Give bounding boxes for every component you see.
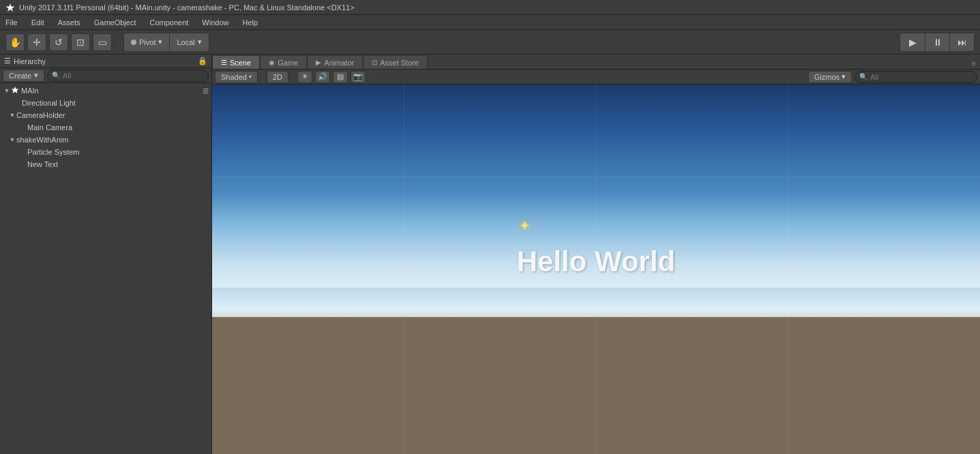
hierarchy-content: ▼ MAIn ☰ ▶ Directional Light ▼ CameraHol… bbox=[0, 83, 211, 454]
hierarchy-item-particle-system[interactable]: ▶ Particle System bbox=[0, 146, 211, 158]
move-tool-button[interactable]: ✛ bbox=[27, 33, 46, 51]
hierarchy-title: Hierarchy bbox=[14, 57, 46, 65]
label-cameraholder: CameraHolder bbox=[16, 111, 209, 119]
animator-tab-icon: ▶ bbox=[316, 59, 321, 66]
hierarchy-item-main-camera[interactable]: ▶ Main Camera bbox=[0, 121, 211, 134]
toolbar: ✋ ✛ ↺ ⊡ ▭ Pivot ▾ Local ▾ ▶ ⏸ ⏭ bbox=[0, 30, 980, 55]
tab-animator[interactable]: ▶ Animator bbox=[307, 55, 363, 69]
gizmos-button[interactable]: Gizmos ▾ bbox=[808, 71, 852, 83]
unity-icon-main bbox=[11, 86, 19, 95]
menu-assets[interactable]: Assets bbox=[55, 17, 83, 28]
sun-icon: ✦ bbox=[519, 217, 531, 234]
hierarchy-item-directional-light[interactable]: ▶ Directional Light bbox=[0, 97, 211, 109]
tabs-overflow-button[interactable]: ≡ bbox=[968, 58, 980, 69]
local-chevron: ▾ bbox=[198, 37, 202, 46]
step-button[interactable]: ⏭ bbox=[949, 33, 974, 51]
camera-button[interactable]: 📷 bbox=[351, 71, 366, 83]
pivot-button[interactable]: Pivot ▾ bbox=[124, 33, 169, 51]
game-tab-icon: ◉ bbox=[269, 59, 275, 66]
pause-button[interactable]: ⏸ bbox=[925, 33, 949, 51]
animator-tab-label: Animator bbox=[324, 59, 354, 67]
scene-tab-label: Scene bbox=[230, 59, 251, 67]
tabs-bar: ☰ Scene ◉ Game ▶ Animator ⊡ Asset Store … bbox=[212, 55, 980, 70]
gizmos-chevron: ▾ bbox=[842, 72, 846, 81]
menu-file[interactable]: File bbox=[3, 17, 20, 28]
lighting-button[interactable]: ☀ bbox=[297, 71, 312, 83]
scene-tab-icon: ☰ bbox=[221, 59, 227, 66]
hierarchy-item-main[interactable]: ▼ MAIn ☰ bbox=[0, 85, 211, 97]
toolbar-separator-1 bbox=[117, 33, 118, 51]
shading-mode-button[interactable]: Shaded ▾ bbox=[215, 71, 258, 83]
hierarchy-header-icons: 🔒 bbox=[198, 57, 207, 65]
label-new-text: New Text bbox=[27, 160, 209, 168]
transport-group: ▶ ⏸ ⏭ bbox=[900, 33, 975, 52]
expand-arrow-main: ▼ bbox=[3, 87, 11, 94]
hierarchy-header: ☰ Hierarchy 🔒 bbox=[0, 55, 211, 68]
hierarchy-item-cameraholder[interactable]: ▼ CameraHolder bbox=[0, 109, 211, 121]
hello-world-text: Hello World bbox=[517, 245, 676, 278]
create-button[interactable]: Create ▾ bbox=[3, 70, 44, 82]
tab-scene[interactable]: ☰ Scene bbox=[212, 55, 260, 69]
hand-tool-button[interactable]: ✋ bbox=[5, 33, 25, 51]
rotate-tool-button[interactable]: ↺ bbox=[49, 33, 68, 51]
hierarchy-menu-icon: ☰ bbox=[4, 57, 11, 65]
create-label: Create bbox=[9, 72, 31, 80]
hierarchy-search-box: 🔍 bbox=[47, 70, 209, 82]
rect-tool-button[interactable]: ▭ bbox=[93, 33, 112, 51]
tab-game[interactable]: ◉ Game bbox=[260, 55, 307, 69]
2d-label: 2D bbox=[273, 73, 282, 81]
scene-viewport[interactable]: ✦ Hello World bbox=[212, 85, 980, 454]
menu-component[interactable]: Component bbox=[147, 17, 191, 28]
scene-area: ☰ Scene ◉ Game ▶ Animator ⊡ Asset Store … bbox=[212, 55, 980, 454]
scale-tool-button[interactable]: ⊡ bbox=[71, 33, 90, 51]
scene-tb-sep-3 bbox=[370, 71, 370, 83]
ground bbox=[212, 317, 980, 454]
game-tab-label: Game bbox=[278, 59, 298, 67]
menu-window[interactable]: Window bbox=[199, 17, 231, 28]
pivot-local-group: Pivot ▾ Local ▾ bbox=[123, 33, 209, 52]
2d-button[interactable]: 2D bbox=[267, 71, 288, 83]
title-text: Unity 2017.3.1f1 Personal (64bit) - MAin… bbox=[19, 3, 355, 12]
pivot-dot bbox=[131, 40, 136, 45]
local-button[interactable]: Local ▾ bbox=[169, 33, 208, 51]
label-main: MAIn bbox=[21, 87, 203, 95]
hierarchy-toolbar: Create ▾ 🔍 bbox=[0, 68, 211, 83]
label-directional-light: Directional Light bbox=[22, 99, 209, 107]
scene-tb-sep-2 bbox=[293, 71, 293, 83]
tab-asset-store[interactable]: ⊡ Asset Store bbox=[363, 55, 428, 69]
svg-marker-0 bbox=[6, 3, 15, 12]
audio-button[interactable]: 🔊 bbox=[315, 71, 330, 83]
expand-arrow-cameraholder: ▼ bbox=[8, 112, 16, 119]
menu-edit[interactable]: Edit bbox=[29, 17, 47, 28]
hierarchy-item-shake[interactable]: ▼ shakeWithAnim bbox=[0, 134, 211, 146]
local-label: Local bbox=[177, 38, 194, 46]
play-button[interactable]: ▶ bbox=[900, 33, 925, 51]
gizmos-label: Gizmos bbox=[814, 73, 840, 81]
menu-help[interactable]: Help bbox=[239, 17, 261, 28]
hierarchy-item-menu-main: ☰ bbox=[203, 87, 209, 95]
hierarchy-panel: ☰ Hierarchy 🔒 Create ▾ 🔍 ▼ bbox=[0, 55, 212, 454]
title-bar: Unity 2017.3.1f1 Personal (64bit) - MAin… bbox=[0, 0, 980, 15]
pivot-label: Pivot bbox=[139, 38, 155, 46]
expand-arrow-shake: ▼ bbox=[8, 136, 16, 143]
menu-bar: File Edit Assets GameObject Component Wi… bbox=[0, 15, 980, 30]
asset-store-tab-icon: ⊡ bbox=[372, 59, 377, 66]
create-chevron: ▾ bbox=[34, 71, 38, 80]
hierarchy-item-new-text[interactable]: ▶ New Text bbox=[0, 158, 211, 170]
shading-chevron: ▾ bbox=[249, 74, 252, 80]
svg-marker-1 bbox=[12, 87, 19, 93]
main-layout: ☰ Hierarchy 🔒 Create ▾ 🔍 ▼ bbox=[0, 55, 980, 454]
scene-search-icon: 🔍 bbox=[859, 73, 867, 80]
hierarchy-lock-icon[interactable]: 🔒 bbox=[198, 57, 207, 65]
scene-search-input[interactable] bbox=[870, 73, 972, 81]
label-particle-system: Particle System bbox=[27, 148, 209, 156]
unity-logo bbox=[5, 3, 15, 12]
gizmos-group: Gizmos ▾ 🔍 bbox=[808, 71, 977, 83]
menu-gameobject[interactable]: GameObject bbox=[91, 17, 139, 28]
scene-toolbar: Shaded ▾ 2D ☀ 🔊 ▤ 📷 Gizmos ▾ 🔍 bbox=[212, 70, 980, 85]
effects-button[interactable]: ▤ bbox=[333, 71, 348, 83]
pivot-chevron: ▾ bbox=[158, 37, 162, 46]
hello-world-label: Hello World bbox=[517, 245, 676, 277]
scene-tb-sep-1 bbox=[262, 71, 263, 83]
hierarchy-search-input[interactable] bbox=[63, 72, 204, 80]
